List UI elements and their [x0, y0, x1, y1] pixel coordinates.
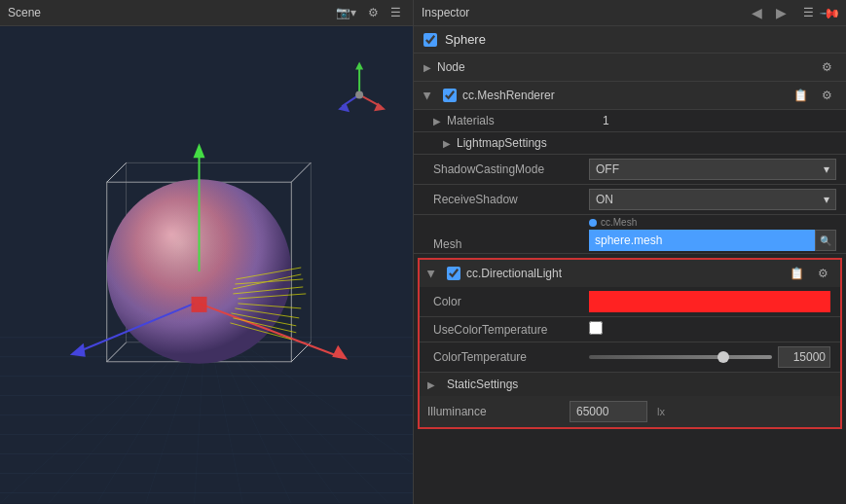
- mesh-browse-btn[interactable]: 🔍: [815, 230, 836, 251]
- scene-settings-btn[interactable]: ⚙: [364, 4, 383, 21]
- mesh-renderer-label: cc.MeshRenderer: [462, 89, 555, 102]
- directional-light-header: ▶ cc.DirectionalLight 📋 ⚙: [420, 260, 840, 287]
- receive-shadow-row: ReceiveShadow ON ▾: [414, 185, 846, 215]
- node-settings-btn[interactable]: ⚙: [818, 58, 836, 76]
- scene-title: Scene: [8, 6, 41, 19]
- node-name-row: Sphere: [414, 26, 846, 54]
- materials-row[interactable]: ▶ Materials 1: [414, 110, 846, 132]
- color-value: [589, 291, 830, 312]
- illuminance-input[interactable]: [570, 401, 647, 422]
- dir-light-arrow-icon: ▶: [426, 270, 437, 277]
- directional-light-section: ▶ cc.DirectionalLight 📋 ⚙ Color: [418, 258, 842, 429]
- dropdown-arrow2-icon: ▾: [824, 193, 829, 206]
- color-temp-label: ColorTemperature: [433, 350, 589, 364]
- scene-header-left: Scene: [8, 6, 41, 19]
- mesh-renderer-copy-btn[interactable]: 📋: [790, 87, 812, 104]
- mesh-label: Mesh: [433, 237, 589, 251]
- dir-light-copy-btn[interactable]: 📋: [786, 265, 808, 282]
- pin-icon: 📌: [819, 1, 841, 23]
- use-color-temp-row: UseColorTemperature: [420, 317, 840, 342]
- inspector-title: Inspector: [422, 6, 469, 19]
- color-label: Color: [433, 295, 589, 308]
- mesh-renderer-checkbox[interactable]: [443, 89, 457, 102]
- node-arrow-icon: ▶: [423, 62, 431, 73]
- mesh-renderer-header: ▶ cc.MeshRenderer 📋 ⚙: [414, 82, 846, 110]
- node-section-label: Node: [437, 60, 465, 74]
- svg-point-51: [355, 90, 363, 98]
- inspector-menu-btn[interactable]: ☰: [799, 4, 818, 21]
- color-temp-input[interactable]: [778, 346, 830, 368]
- cc-mesh-dot: [589, 219, 597, 227]
- mesh-property-row: Mesh cc.Mesh 🔍: [414, 215, 846, 254]
- node-name-label: Sphere: [445, 32, 486, 47]
- node-enabled-checkbox[interactable]: [423, 33, 437, 47]
- svg-rect-34: [192, 297, 207, 312]
- cc-mesh-tag: cc.Mesh: [601, 217, 637, 228]
- inspector-content: Sphere ▶ Node ⚙ ▶ cc.MeshRenderer 📋 ⚙: [414, 26, 846, 504]
- mesh-renderer-settings-btn[interactable]: ⚙: [818, 87, 836, 104]
- scene-panel-header: Scene 📷▾ ⚙ ☰: [0, 0, 413, 26]
- static-settings-label: StaticSettings: [447, 378, 518, 391]
- color-row: Color: [420, 287, 840, 317]
- receive-shadow-dropdown[interactable]: ON ▾: [589, 189, 836, 210]
- mesh-renderer-arrow-icon: ▶: [423, 91, 433, 99]
- mesh-input[interactable]: [589, 230, 815, 251]
- materials-arrow-icon: ▶: [433, 116, 441, 126]
- node-section-icons: ⚙: [818, 58, 836, 76]
- color-temp-value: [589, 346, 830, 368]
- node-section-row[interactable]: ▶ Node ⚙: [414, 54, 846, 82]
- inspector-header: Inspector ◀ ▶ ☰ 📌: [414, 0, 846, 26]
- materials-value: 1: [603, 114, 836, 127]
- scene-camera-btn[interactable]: 📷▾: [332, 4, 360, 21]
- shadow-casting-row: ShadowCastingMode OFF ▾: [414, 155, 846, 185]
- scene-toolbar-buttons: 📷▾ ⚙ ☰: [332, 4, 405, 21]
- color-temp-row: ColorTemperature: [420, 342, 840, 373]
- lightmap-settings-row[interactable]: ▶ LightmapSettings: [414, 132, 846, 155]
- receive-shadow-value: ON ▾: [589, 189, 836, 210]
- illuminance-label: Illuminance: [427, 405, 564, 418]
- illuminance-unit: lx: [657, 406, 665, 417]
- scene-viewport[interactable]: [0, 26, 413, 504]
- inspector-nav: Inspector: [422, 6, 469, 19]
- static-settings-arrow-icon: ▶: [427, 379, 435, 390]
- nav-back-btn[interactable]: ◀: [747, 4, 767, 21]
- color-temp-slider[interactable]: [589, 355, 772, 359]
- shadow-casting-dropdown[interactable]: OFF ▾: [589, 159, 836, 180]
- color-field[interactable]: [589, 291, 830, 312]
- shadow-casting-value: OFF ▾: [589, 159, 836, 180]
- shadow-casting-label: ShadowCastingMode: [433, 162, 589, 176]
- inspector-panel: Inspector ◀ ▶ ☰ 📌 Sphere ▶ Node ⚙: [414, 0, 846, 504]
- dropdown-arrow-icon: ▾: [824, 162, 829, 176]
- dir-light-label: cc.DirectionalLight: [466, 267, 562, 280]
- illuminance-row: Illuminance lx: [420, 396, 840, 427]
- materials-label: Materials: [447, 114, 603, 127]
- receive-shadow-label: ReceiveShadow: [433, 193, 589, 206]
- scene-menu-btn[interactable]: ☰: [386, 4, 405, 21]
- use-color-temp-checkbox[interactable]: [589, 321, 603, 335]
- dir-light-checkbox[interactable]: [447, 267, 460, 280]
- nav-forward-btn[interactable]: ▶: [771, 4, 791, 21]
- dir-light-settings-btn[interactable]: ⚙: [814, 265, 832, 282]
- lightmap-arrow-icon: ▶: [443, 138, 451, 149]
- dir-light-icons: 📋 ⚙: [786, 265, 832, 282]
- scene-panel: Scene 📷▾ ⚙ ☰: [0, 0, 414, 504]
- static-settings-row[interactable]: ▶ StaticSettings: [420, 373, 840, 396]
- lightmap-settings-label: LightmapSettings: [457, 136, 547, 150]
- use-color-temp-label: UseColorTemperature: [433, 323, 589, 337]
- mesh-renderer-icons: 📋 ⚙: [790, 87, 836, 104]
- use-color-temp-value: [589, 321, 830, 338]
- scene-canvas: [0, 26, 413, 504]
